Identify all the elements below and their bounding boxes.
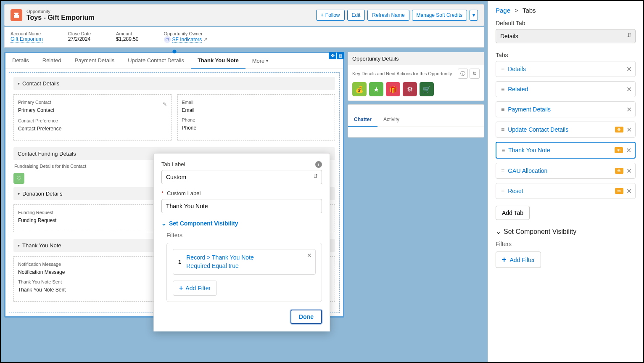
contact-details-section[interactable]: ▾Contact Details [13, 77, 335, 90]
tab-pill[interactable]: ≡Details✕ [496, 61, 636, 77]
custom-label-input[interactable] [161, 199, 322, 213]
record-tab[interactable]: Payment Details [68, 53, 121, 69]
chatter-tab[interactable]: Chatter [348, 113, 377, 127]
chatter-card: Chatter Activity [348, 104, 484, 138]
tabs-label: Tabs [496, 52, 636, 58]
activity-tab[interactable]: Activity [377, 113, 405, 127]
info-icon[interactable]: ⓘ [458, 69, 468, 79]
refresh-icon[interactable]: ↻ [470, 69, 480, 79]
remove-tab-icon[interactable]: ✕ [626, 146, 631, 154]
add-tab-button[interactable]: Add Tab [496, 206, 530, 220]
custom-label-label: Custom Label [167, 190, 201, 196]
page-canvas: Opportunity Toys - Gift Emporium +Follow… [1, 1, 488, 362]
visibility-eye-icon: 👁 [615, 168, 623, 174]
done-button[interactable]: Done [290, 310, 322, 324]
drag-handle-icon[interactable]: ≡ [501, 86, 504, 93]
refresh-name-button[interactable]: Refresh Name [367, 10, 409, 21]
record-tab[interactable]: Thank You Note [191, 53, 245, 69]
opportunity-icon [11, 9, 22, 21]
amount-value: $1,289.50 [116, 36, 138, 42]
remove-tab-icon[interactable]: ✕ [626, 167, 632, 175]
tab-pill[interactable]: ≡GAU Allocation👁✕ [496, 163, 636, 179]
amount-label: Amount [116, 31, 138, 36]
follow-button[interactable]: +Follow [316, 10, 345, 21]
edit-pencil-icon[interactable]: ✎ [163, 101, 167, 117]
tab-edit-popover: i Tab Label Custom *Custom Label ⌄Set Co… [153, 153, 330, 331]
drag-handle-icon[interactable]: ≡ [501, 126, 504, 133]
record-tab[interactable]: Details [5, 53, 36, 69]
drag-handle-icon[interactable]: ≡ [501, 66, 504, 72]
breadcrumb: Page > Tabs [496, 7, 636, 14]
chevron-down-icon: ⌄ [161, 220, 166, 227]
delete-component-icon[interactable]: 🗑 [337, 52, 344, 59]
tab-label-label: Tab Label [161, 161, 315, 167]
default-tab-select[interactable]: Details [496, 29, 636, 43]
properties-sidebar: Page > Tabs Default Tab Details Tabs ≡De… [488, 1, 643, 362]
record-header: Opportunity Toys - Gift Emporium +Follow… [4, 4, 484, 26]
tab-pill[interactable]: ≡Update Contact Details👁✕ [496, 122, 636, 138]
visibility-toggle[interactable]: ⌄Set Component Visibility [161, 220, 322, 227]
visibility-eye-icon: 👁 [615, 147, 623, 153]
record-tab[interactable]: Update Contact Details [121, 53, 191, 69]
tab-pill[interactable]: ≡Related✕ [496, 81, 636, 97]
visibility-eye-icon: 👁 [615, 127, 623, 132]
cart-icon[interactable]: 🛒 [420, 82, 434, 96]
tab-label-select[interactable]: Custom [161, 170, 322, 184]
record-tabs: DetailsRelatedPayment DetailsUpdate Cont… [5, 53, 343, 69]
account-name-label: Account Name [11, 31, 43, 36]
sidebar-visibility-toggle[interactable]: ⌄Set Component Visibility [496, 228, 636, 236]
chevron-down-icon: ▾ [18, 81, 20, 86]
add-filter-button[interactable]: +Add Filter [173, 281, 217, 296]
drag-handle-icon[interactable]: ≡ [501, 188, 504, 194]
object-label: Opportunity [26, 9, 312, 14]
clock-icon: ⏱ [164, 36, 171, 43]
remove-filter-icon[interactable]: ✕ [307, 252, 312, 259]
close-date-label: Close Date [68, 31, 91, 36]
remove-tab-icon[interactable]: ✕ [626, 106, 632, 114]
more-tab[interactable]: More▾ [245, 53, 275, 69]
close-date-value: 27/2/2024 [68, 36, 91, 42]
default-tab-label: Default Tab [496, 20, 636, 26]
star-icon[interactable]: ★ [369, 82, 383, 96]
edit-button[interactable]: Edit [347, 10, 365, 21]
highlights-panel: Account NameGift Emporium Close Date27/2… [4, 27, 484, 48]
visibility-eye-icon: 👁 [615, 188, 623, 194]
move-component-icon[interactable]: ✥ [329, 52, 336, 59]
heart-icon: ♡ [13, 173, 24, 184]
owner-value[interactable]: SF Indicators [172, 37, 202, 43]
drag-handle-icon[interactable]: ≡ [501, 147, 504, 154]
gift-icon[interactable]: 🎁 [386, 82, 400, 96]
breadcrumb-current: Tabs [523, 7, 536, 14]
drag-handle-icon[interactable]: ≡ [501, 167, 504, 174]
info-icon[interactable]: i [315, 161, 322, 168]
remove-tab-icon[interactable]: ✕ [626, 126, 632, 134]
sidebar-add-filter-button[interactable]: +Add Filter [496, 252, 541, 268]
gear-icon[interactable]: ⚙ [403, 82, 417, 96]
more-actions-button[interactable]: ▾ [470, 10, 478, 21]
money-bag-icon[interactable]: 💰 [352, 82, 367, 96]
remove-tab-icon[interactable]: ✕ [626, 85, 632, 93]
manage-soft-credits-button[interactable]: Manage Soft Credits [412, 10, 467, 21]
record-tab[interactable]: Related [36, 53, 68, 69]
chevron-down-icon: ⌄ [496, 228, 501, 236]
tab-pill[interactable]: ≡Payment Details✕ [496, 101, 636, 117]
opportunity-details-card: Opportunity Details Key Details and Next… [348, 52, 484, 101]
drag-handle-icon[interactable]: ≡ [501, 106, 504, 113]
chevron-down-icon: ▾ [18, 243, 20, 248]
tab-pill[interactable]: ≡Thank You Note👁✕ [496, 142, 636, 159]
breadcrumb-page[interactable]: Page [496, 7, 510, 14]
remove-tab-icon[interactable]: ✕ [626, 187, 632, 195]
account-name-value[interactable]: Gift Emporium [11, 36, 43, 42]
filter-item[interactable]: 1 Record > Thank You NoteRequired Equal … [173, 249, 316, 275]
tab-pill[interactable]: ≡Reset👁✕ [496, 183, 636, 199]
chevron-down-icon: ▾ [18, 191, 20, 196]
record-name: Toys - Gift Emporium [26, 14, 312, 21]
owner-label: Opportunity Owner [164, 31, 208, 36]
remove-tab-icon[interactable]: ✕ [626, 65, 632, 73]
change-owner-icon[interactable]: ↗ [203, 37, 208, 42]
